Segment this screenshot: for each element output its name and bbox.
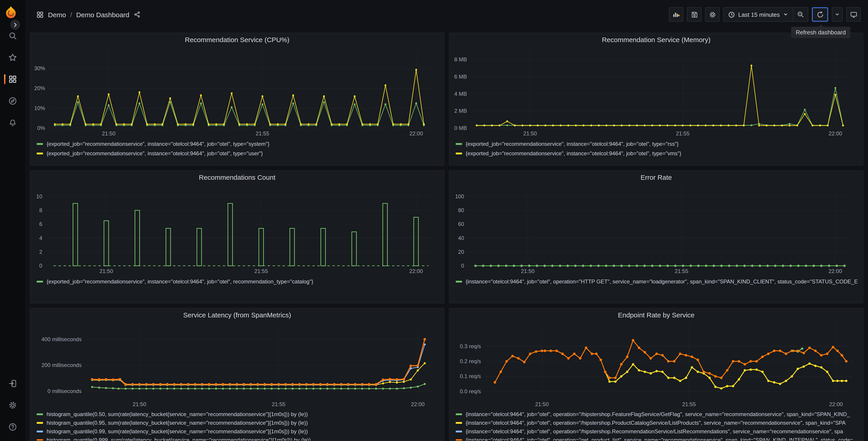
svg-text:21:50: 21:50 (102, 130, 115, 137)
refresh-interval-dropdown[interactable] (832, 7, 843, 22)
refresh-dashboard-button[interactable] (812, 7, 828, 22)
legend-label: {exported_job="recommendationservice", i… (46, 150, 263, 156)
legend-item[interactable]: {instance="otelcol:9464", job="otel", op… (454, 436, 859, 441)
breadcrumb-root[interactable]: Demo (48, 11, 66, 18)
svg-text:21:55: 21:55 (675, 268, 688, 274)
legend-item[interactable]: {instance="otelcol:9464", job="otel", op… (454, 277, 859, 286)
legend-item[interactable]: {exported_job="recommendationservice", i… (454, 139, 859, 148)
legend-label: {exported_job="recommendationservice", i… (466, 150, 681, 156)
help-icon (8, 422, 17, 432)
sidebar-expand-button[interactable] (9, 19, 21, 30)
svg-text:22:00: 22:00 (409, 130, 423, 137)
share-icon[interactable] (133, 11, 141, 18)
legend-item[interactable]: histogram_quantile(0.99, sum(rate(latenc… (35, 427, 439, 436)
svg-text:21:50: 21:50 (133, 401, 146, 407)
legend-swatch (456, 430, 462, 432)
grafana-logo-icon[interactable] (4, 5, 18, 19)
legend-item[interactable]: histogram_quantile(0.95, sum(rate(latenc… (35, 418, 439, 427)
breadcrumb-current[interactable]: Demo Dashboard (76, 11, 129, 18)
legend-item[interactable]: {exported_job="recommendationservice", i… (35, 277, 439, 286)
legend: {exported_job="recommendationservice", i… (35, 277, 439, 286)
alerting-bell-icon (8, 118, 17, 127)
clock-icon (728, 11, 735, 18)
memory-chart[interactable]: 21:5021:5522:000 MB2 MB4 MB6 MB8 MB (454, 45, 859, 138)
svg-text:8: 8 (39, 207, 42, 213)
legend-item[interactable]: histogram_quantile(0.50, sum(rate(latenc… (35, 410, 439, 418)
legend: histogram_quantile(0.50, sum(rate(latenc… (35, 410, 439, 441)
sidebar-item-sign-in[interactable] (0, 377, 25, 390)
sidebar (0, 0, 25, 441)
save-dashboard-button[interactable] (687, 7, 702, 22)
svg-text:400 milliseconds: 400 milliseconds (41, 336, 82, 342)
svg-text:0%: 0% (37, 125, 45, 131)
panel-title[interactable]: Error Rate (454, 173, 859, 182)
svg-text:21:50: 21:50 (99, 268, 113, 274)
legend: {instance="otelcol:9464", job="otel", op… (454, 410, 859, 441)
legend-swatch (37, 439, 43, 441)
dashboard-settings-button[interactable] (705, 7, 719, 22)
dashboards-icon (8, 75, 17, 84)
top-bar: Demo / Demo Dashboard Last 15 minutes (25, 0, 868, 29)
save-icon (690, 11, 698, 18)
sidebar-nav-bottom (0, 377, 25, 434)
zoom-out-time-button[interactable] (793, 8, 808, 21)
legend-item[interactable]: {exported_job="recommendationservice", i… (35, 148, 439, 158)
legend-label: {instance="otelcol:9464", job="otel", op… (466, 428, 843, 435)
panel-title[interactable]: Endpoint Rate by Service (454, 310, 859, 320)
legend-label: {instance="otelcol:9464", job="otel", op… (466, 278, 858, 285)
svg-text:6: 6 (39, 221, 42, 227)
service-latency-chart[interactable]: 21:5021:5522:000 milliseconds200 millise… (35, 320, 439, 409)
legend-label: {instance="otelcol:9464", job="otel", op… (466, 411, 850, 417)
recommendations-count-chart[interactable]: 21:5021:5522:000246810 (35, 182, 439, 276)
svg-text:0.1 req/s: 0.1 req/s (460, 373, 481, 379)
svg-text:0.2 req/s: 0.2 req/s (460, 358, 481, 364)
sidebar-nav-top (0, 29, 25, 129)
legend: {instance="otelcol:9464", job="otel", op… (454, 277, 859, 286)
caret-down-icon (783, 12, 788, 17)
svg-text:0 milliseconds: 0 milliseconds (48, 388, 82, 394)
legend-item[interactable]: {exported_job="recommendationservice", i… (35, 139, 439, 148)
time-range-button[interactable]: Last 15 minutes (724, 8, 793, 21)
panel-title[interactable]: Recommendations Count (35, 173, 439, 182)
legend-label: {exported_job="recommendationservice", i… (466, 141, 679, 147)
refresh-icon (817, 11, 824, 18)
svg-text:8 MB: 8 MB (454, 56, 467, 62)
sidebar-item-server-admin[interactable] (0, 399, 25, 412)
legend-item[interactable]: {instance="otelcol:9464", job="otel", op… (454, 427, 859, 436)
endpoint-rate-chart[interactable]: 21:5021:5522:000.0 req/s0.1 req/s0.2 req… (454, 320, 859, 409)
sidebar-item-starred[interactable] (0, 51, 25, 64)
sign-in-icon (8, 379, 17, 388)
svg-text:21:55: 21:55 (256, 130, 269, 137)
legend-label: histogram_quantile(0.50, sum(rate(latenc… (46, 411, 308, 417)
legend-label: {exported_job="recommendationservice", i… (46, 278, 313, 285)
panel-title[interactable]: Service Latency (from SpanMetrics) (35, 310, 439, 320)
chevron-right-icon (12, 22, 18, 27)
dashboards-grid-icon (36, 11, 44, 18)
add-panel-button[interactable] (669, 7, 683, 22)
legend-item[interactable]: {exported_job="recommendationservice", i… (454, 148, 859, 158)
panel-service-latency: Service Latency (from SpanMetrics) 21:50… (30, 308, 444, 441)
legend-item[interactable]: {instance="otelcol:9464", job="otel", op… (454, 410, 859, 418)
time-picker: Last 15 minutes (723, 7, 808, 22)
sidebar-item-explore[interactable] (0, 94, 25, 108)
cycle-view-mode-button[interactable] (846, 7, 861, 22)
sidebar-item-search[interactable] (0, 29, 25, 42)
svg-text:22:00: 22:00 (829, 401, 843, 407)
svg-text:21:55: 21:55 (254, 268, 268, 274)
panel-title[interactable]: Recommendation Service (CPU%) (35, 35, 439, 45)
svg-text:80: 80 (458, 207, 464, 213)
error-rate-chart[interactable]: 21:5021:5522:00020406080100 (454, 182, 859, 276)
sidebar-item-help[interactable] (0, 420, 25, 434)
cpu-chart[interactable]: 21:5021:5522:000%10%20%30% (35, 45, 439, 138)
svg-text:21:50: 21:50 (521, 268, 534, 274)
legend-swatch (456, 281, 462, 282)
legend-item[interactable]: histogram_quantile(0.999, sum(rate(laten… (35, 436, 439, 441)
legend-item[interactable]: {instance="otelcol:9464", job="otel", op… (454, 418, 859, 427)
sidebar-item-dashboards[interactable] (0, 72, 25, 86)
settings-icon (709, 11, 716, 18)
svg-text:30%: 30% (34, 65, 45, 71)
app: Demo / Demo Dashboard Last 15 minutes (0, 0, 868, 441)
legend-swatch (37, 152, 43, 154)
svg-text:21:55: 21:55 (676, 130, 689, 137)
sidebar-item-alerting[interactable] (0, 116, 25, 129)
